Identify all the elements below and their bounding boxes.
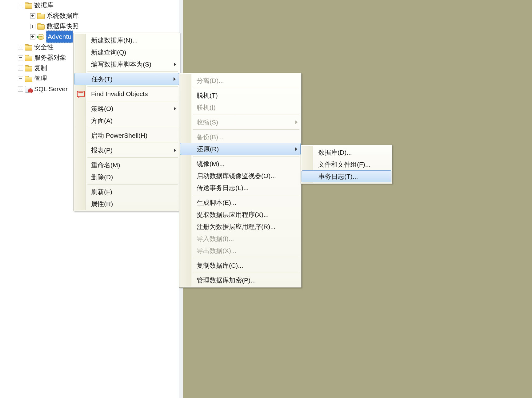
menu-item-generate-scripts[interactable]: 生成脚本(E)...: [180, 197, 301, 209]
menu-label: 生成脚本(E)...: [197, 198, 237, 207]
menu-item-bring-online[interactable]: 联机(I): [180, 101, 301, 113]
menu-label: 新建数据库(N)...: [91, 36, 138, 45]
submenu-arrow-icon: [174, 77, 176, 81]
folder-icon: [37, 13, 44, 18]
expand-icon[interactable]: [18, 87, 23, 92]
menu-label: 联机(I): [197, 103, 216, 112]
context-menu-database[interactable]: 新建数据库(N)... 新建查询(Q) 编写数据库脚本为(S) 任务(T) Fi…: [74, 33, 180, 211]
agent-icon: [25, 86, 32, 92]
tree-label: 数据库快照: [46, 21, 79, 31]
menu-item-facets[interactable]: 方面(A): [74, 115, 179, 127]
tree-label: 系统数据库: [46, 10, 79, 21]
menu-item-restore-database[interactable]: 数据库(D)...: [302, 146, 391, 158]
submenu-arrow-icon: [174, 148, 176, 152]
menu-item-copy-database[interactable]: 复制数据库(C)...: [180, 259, 301, 271]
folder-icon: [37, 23, 44, 29]
menu-item-new-query[interactable]: 新建查询(Q): [74, 46, 179, 58]
menu-separator: [193, 115, 299, 115]
tree-label: 服务器对象: [34, 52, 66, 63]
menu-label: 提取数据层应用程序(X)...: [197, 210, 269, 219]
menu-label: 删除(D): [91, 173, 113, 181]
menu-separator: [193, 129, 299, 130]
menu-item-reports[interactable]: 报表(P): [74, 144, 179, 156]
menu-separator: [193, 88, 299, 88]
folder-icon: [25, 55, 32, 60]
menu-label: 镜像(M)...: [197, 160, 225, 168]
expand-icon[interactable]: [18, 76, 23, 81]
tree-node-databases[interactable]: 数据库: [0, 0, 179, 10]
menu-label: 新建查询(Q): [91, 48, 126, 57]
menu-item-extract-data-tier[interactable]: 提取数据层应用程序(X)...: [180, 209, 301, 221]
folder-icon: [25, 76, 32, 81]
tree-node-system-databases[interactable]: 系统数据库: [0, 10, 179, 21]
tree-label: SQL Server: [34, 84, 68, 94]
menu-item-script-database-as[interactable]: 编写数据库脚本为(S): [74, 58, 179, 70]
expand-icon[interactable]: [30, 13, 35, 18]
collapse-icon[interactable]: [18, 3, 23, 8]
menu-item-ship-transaction-logs[interactable]: 传送事务日志(L)...: [180, 182, 301, 194]
menu-item-tasks[interactable]: 任务(T): [74, 73, 179, 85]
menu-item-detach[interactable]: 分离(D)...: [180, 75, 301, 87]
menu-label: Find Invalid Objects: [91, 90, 148, 98]
menu-item-delete[interactable]: 删除(D): [74, 171, 179, 183]
menu-item-import-data[interactable]: 导入数据(I)...: [180, 233, 301, 245]
expand-icon[interactable]: [18, 55, 23, 60]
menu-label: 分离(D)...: [197, 76, 224, 85]
menu-label: 还原(R): [197, 145, 219, 153]
menu-item-backup[interactable]: 备份(B)...: [180, 131, 301, 143]
menu-item-restore[interactable]: 还原(R): [180, 143, 301, 155]
menu-separator: [193, 156, 299, 156]
menu-separator: [87, 184, 178, 185]
find-invalid-icon: [77, 91, 85, 97]
menu-item-refresh[interactable]: 刷新(F): [74, 186, 179, 198]
menu-item-register-data-tier[interactable]: 注册为数据层应用程序(R)...: [180, 221, 301, 233]
expand-icon[interactable]: [18, 45, 23, 50]
menu-separator: [193, 258, 299, 258]
menu-item-new-database[interactable]: 新建数据库(N)...: [74, 34, 179, 46]
tree-label: 数据库: [34, 0, 54, 10]
context-menu-tasks[interactable]: 分离(D)... 脱机(T) 联机(I) 收缩(S) 备份(B)... 还原(R…: [179, 73, 302, 288]
expand-icon[interactable]: [30, 34, 35, 39]
expand-icon[interactable]: [30, 24, 35, 29]
menu-label: 导出数据(X)...: [197, 246, 237, 255]
menu-separator: [87, 86, 178, 87]
menu-label: 报表(P): [91, 146, 113, 155]
menu-label: 注册为数据层应用程序(R)...: [197, 222, 276, 231]
menu-item-export-data[interactable]: 导出数据(X)...: [180, 245, 301, 257]
menu-label: 刷新(F): [91, 188, 112, 196]
menu-separator: [87, 143, 178, 143]
expand-icon[interactable]: [18, 66, 23, 71]
menu-item-restore-transaction-log[interactable]: 事务日志(T)...: [302, 170, 391, 182]
menu-label: 启动数据库镜像监视器(O)...: [197, 172, 276, 180]
menu-item-start-powershell[interactable]: 启动 PowerShell(H): [74, 129, 179, 141]
menu-separator: [87, 71, 178, 72]
menu-label: 启动 PowerShell(H): [91, 131, 147, 140]
menu-label: 方面(A): [91, 116, 113, 125]
tree-node-database-snapshots[interactable]: 数据库快照: [0, 21, 179, 31]
menu-item-launch-mirror-monitor[interactable]: 启动数据库镜像监视器(O)...: [180, 170, 301, 182]
menu-label: 文件和文件组(F)...: [318, 160, 370, 169]
menu-label: 编写数据库脚本为(S): [91, 60, 151, 69]
menu-item-find-invalid-objects[interactable]: Find Invalid Objects: [74, 88, 179, 100]
submenu-arrow-icon: [295, 120, 298, 124]
menu-label: 管理数据库加密(P)...: [197, 276, 256, 285]
menu-item-policies[interactable]: 策略(O): [74, 103, 179, 115]
menu-separator: [193, 195, 299, 195]
menu-label: 脱机(T): [197, 91, 218, 100]
menu-label: 事务日志(T)...: [318, 172, 358, 181]
menu-item-take-offline[interactable]: 脱机(T): [180, 89, 301, 101]
context-menu-restore[interactable]: 数据库(D)... 文件和文件组(F)... 事务日志(T)...: [301, 145, 392, 184]
menu-label: 属性(R): [91, 200, 113, 208]
submenu-arrow-icon: [295, 147, 297, 151]
menu-item-properties[interactable]: 属性(R): [74, 198, 179, 210]
menu-label: 策略(O): [91, 104, 113, 113]
menu-label: 复制数据库(C)...: [197, 261, 243, 270]
menu-separator: [87, 101, 178, 101]
menu-item-rename[interactable]: 重命名(M): [74, 159, 179, 171]
tree-label: 管理: [34, 73, 47, 84]
menu-item-manage-db-encryption[interactable]: 管理数据库加密(P)...: [180, 274, 301, 286]
menu-item-restore-files-filegroups[interactable]: 文件和文件组(F)...: [302, 158, 391, 170]
menu-item-shrink[interactable]: 收缩(S): [180, 116, 301, 128]
menu-label: 传送事务日志(L)...: [197, 184, 249, 192]
menu-item-mirror[interactable]: 镜像(M)...: [180, 158, 301, 170]
